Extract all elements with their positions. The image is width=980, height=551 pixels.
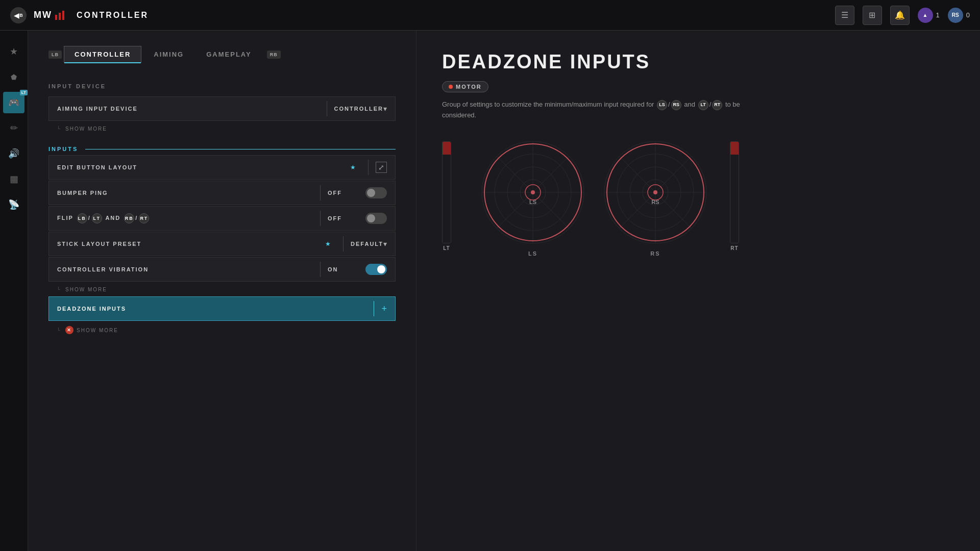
corner-icon2: └ xyxy=(57,287,61,292)
rt-bar-wrapper: 25 50 75 xyxy=(730,141,739,243)
controller-icon: 🎮 xyxy=(8,97,19,108)
aiming-input-device-value: CONTROLLER xyxy=(334,106,383,112)
menu-icon: ☰ xyxy=(841,10,848,20)
inputs-show-more-label: SHOW MORE xyxy=(65,287,107,292)
page-title: CONTROLLER xyxy=(77,11,149,20)
topbar-left: ◀ B MW CONTROLLER xyxy=(10,7,149,23)
rt-label: RT xyxy=(730,245,738,251)
sidebar-item-edit[interactable]: ✏ xyxy=(3,117,24,139)
divider xyxy=(320,262,321,277)
sidebar: ★ ⬟ 🎮 LT ✏ 🔊 ▦ 📡 xyxy=(0,31,28,551)
main-content: LB CONTROLLER AIMING GAMEPLAY RB INPUT D… xyxy=(28,31,980,551)
divider xyxy=(374,301,374,316)
sidebar-item-controller[interactable]: 🎮 LT xyxy=(3,92,24,113)
back-button[interactable]: ◀ B xyxy=(10,7,27,23)
bumper-ping-toggle[interactable] xyxy=(365,187,387,198)
ls-badge-desc: LS xyxy=(657,100,667,110)
motor-badge: MOTOR xyxy=(442,81,488,92)
tab-gameplay[interactable]: GAMEPLAY xyxy=(196,46,261,62)
left-bumper-label: LB xyxy=(48,51,62,59)
back-icon: ◀ xyxy=(14,11,19,19)
unknown1-icon: ⬟ xyxy=(11,73,17,81)
ls-circle-label: LS xyxy=(477,251,589,257)
rs-badge-desc: RS xyxy=(671,100,681,110)
lt-badge-flip: LT xyxy=(92,213,102,223)
sidebar-item-favorites[interactable]: ★ xyxy=(3,41,24,62)
aiming-input-device-row[interactable]: AIMING INPUT DEVICE CONTROLLER ▾ xyxy=(48,96,396,121)
x-button-icon: ✕ xyxy=(65,326,74,334)
audio-icon: 🔊 xyxy=(8,148,19,159)
sidebar-grid-icon: ▦ xyxy=(10,173,18,185)
bumper-ping-row[interactable]: BUMPER PING OFF xyxy=(48,181,396,205)
ls-circle-canvas xyxy=(477,136,589,248)
star-icon: ★ xyxy=(10,46,18,57)
sidebar-item-audio[interactable]: 🔊 xyxy=(3,143,24,164)
ls-circle-container: LS xyxy=(477,136,589,257)
logo-bars xyxy=(55,11,64,20)
left-panel: LB CONTROLLER AIMING GAMEPLAY RB INPUT D… xyxy=(28,31,416,551)
bell-icon-btn[interactable]: 🔔 xyxy=(890,6,910,25)
grid-icon-btn[interactable]: ⊞ xyxy=(863,6,882,25)
stick-layout-chevron-icon: ▾ xyxy=(383,240,387,248)
rt-badge-flip: RT xyxy=(139,213,149,223)
stick-layout-label: STICK LAYOUT PRESET xyxy=(57,241,325,247)
rs-circle-container: RS xyxy=(599,136,712,257)
divider xyxy=(320,185,321,201)
divider xyxy=(327,101,327,116)
star-icon-edit: ★ xyxy=(350,164,356,171)
deadzone-description: Group of settings to customize the minim… xyxy=(442,99,748,121)
network-icon: 📡 xyxy=(8,199,19,210)
rs-circle-canvas xyxy=(599,136,712,248)
lt-bar-wrapper: 25 50 75 xyxy=(442,141,451,243)
sidebar-item-unknown1[interactable]: ⬟ xyxy=(3,66,24,88)
bumper-ping-value: OFF xyxy=(328,190,358,196)
tab-aiming[interactable]: AIMING xyxy=(143,46,194,62)
back-label: B xyxy=(19,13,23,18)
lt-bar-container: 25 50 75 LT xyxy=(442,141,451,251)
logo-bar-3 xyxy=(62,11,64,20)
lt-bar-fill-top xyxy=(443,142,451,155)
topbar: ◀ B MW CONTROLLER ☰ ⊞ 🔔 ▲ 1 RS 0 xyxy=(0,0,980,31)
dropdown-chevron-icon: ▾ xyxy=(383,105,387,113)
flip-toggle[interactable] xyxy=(365,213,387,224)
rt-bar: 25 50 75 xyxy=(730,141,739,243)
input-device-show-more-label: SHOW MORE xyxy=(65,126,107,132)
expand-icon: + xyxy=(381,304,387,314)
stick-layout-row[interactable]: STICK LAYOUT PRESET ★ DEFAULT ▾ xyxy=(48,232,396,256)
flip-row[interactable]: FLIP LB/LT AND RB/RT OFF xyxy=(48,206,396,231)
rb-badge: RB xyxy=(124,213,134,223)
deadzone-show-more-label: SHOW MORE xyxy=(77,328,118,333)
player1-badge: ▲ xyxy=(918,8,933,23)
input-device-show-more[interactable]: └ SHOW MORE xyxy=(48,122,396,136)
inputs-section-label: INPUTS xyxy=(48,146,78,152)
edit-button-layout-row[interactable]: EDIT BUTTON LAYOUT ★ ⤢ xyxy=(48,155,396,180)
bell-icon: 🔔 xyxy=(895,10,905,20)
corner-icon: └ xyxy=(57,126,61,132)
topbar-right: ☰ ⊞ 🔔 ▲ 1 RS 0 xyxy=(835,6,970,25)
lt-badge: LT xyxy=(20,90,28,95)
controller-vibration-toggle[interactable] xyxy=(365,264,387,275)
player1-count: 1 xyxy=(936,11,940,19)
lt-label: LT xyxy=(443,245,450,251)
controller-vibration-row[interactable]: CONTROLLER VIBRATION ON xyxy=(48,257,396,282)
divider xyxy=(343,236,344,252)
edit-icon: ✏ xyxy=(10,122,18,134)
corner-icon3: └ xyxy=(57,328,61,333)
menu-icon-btn[interactable]: ☰ xyxy=(835,6,854,25)
controller-vibration-label: CONTROLLER VIBRATION xyxy=(57,266,313,272)
tab-controller[interactable]: CONTROLLER xyxy=(64,46,141,63)
deadzone-inputs-row[interactable]: DEADZONE INPUTS + xyxy=(48,296,396,321)
external-link-icon: ⤢ xyxy=(376,162,387,173)
sidebar-item-network[interactable]: 📡 xyxy=(3,194,24,215)
inputs-divider-line xyxy=(85,149,396,149)
inputs-show-more[interactable]: └ SHOW MORE xyxy=(48,283,396,296)
flip-label: FLIP LB/LT AND RB/RT xyxy=(57,213,313,223)
tabs-row: LB CONTROLLER AIMING GAMEPLAY RB xyxy=(48,46,396,63)
sidebar-item-grid[interactable]: ▦ xyxy=(3,168,24,190)
deadzone-show-more[interactable]: └ ✕ SHOW MORE xyxy=(48,322,396,338)
player1: ▲ 1 xyxy=(918,8,940,23)
rt-bar-fill-top xyxy=(730,142,739,155)
motor-label: MOTOR xyxy=(456,84,482,90)
lt-badge-desc: LT xyxy=(698,100,708,110)
bumper-ping-label: BUMPER PING xyxy=(57,190,313,196)
